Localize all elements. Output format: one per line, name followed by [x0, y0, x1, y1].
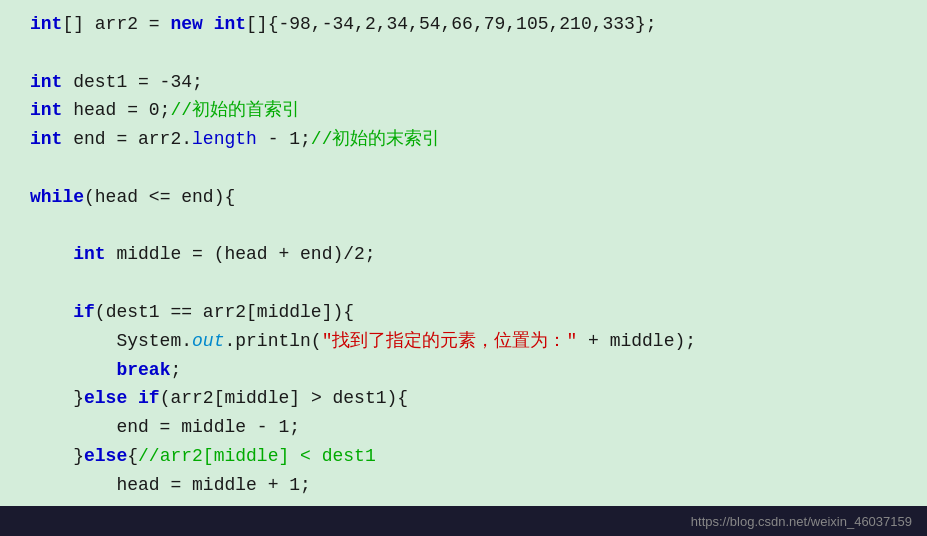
code-line-4: int head = 0;//初始的首索引	[30, 96, 897, 125]
code-line-17: head = middle + 1;	[30, 471, 897, 500]
code-line-16: }else{//arr2[middle] < dest1	[30, 442, 897, 471]
code-line-blank-1	[30, 39, 897, 68]
code-line-blank-2	[30, 154, 897, 183]
code-line-9: int middle = (head + end)/2;	[30, 240, 897, 269]
bottom-bar: https://blog.csdn.net/weixin_46037159	[0, 506, 927, 536]
code-line-12: System.out.println("找到了指定的元素，位置为：" + mid…	[30, 327, 897, 356]
code-line-5: int end = arr2.length - 1;//初始的末索引	[30, 125, 897, 154]
code-line-14: }else if(arr2[middle] > dest1){	[30, 384, 897, 413]
code-line-13: break;	[30, 356, 897, 385]
code-line-blank-4	[30, 269, 897, 298]
code-line-7: while(head <= end){	[30, 183, 897, 212]
code-editor: int[] arr2 = new int[]{-98,-34,2,34,54,6…	[0, 0, 927, 510]
url-label: https://blog.csdn.net/weixin_46037159	[691, 514, 912, 529]
code-line-11: if(dest1 == arr2[middle]){	[30, 298, 897, 327]
code-line-1: int[] arr2 = new int[]{-98,-34,2,34,54,6…	[30, 10, 897, 39]
code-line-15: end = middle - 1;	[30, 413, 897, 442]
code-line-blank-3	[30, 212, 897, 241]
code-line-3: int dest1 = -34;	[30, 68, 897, 97]
